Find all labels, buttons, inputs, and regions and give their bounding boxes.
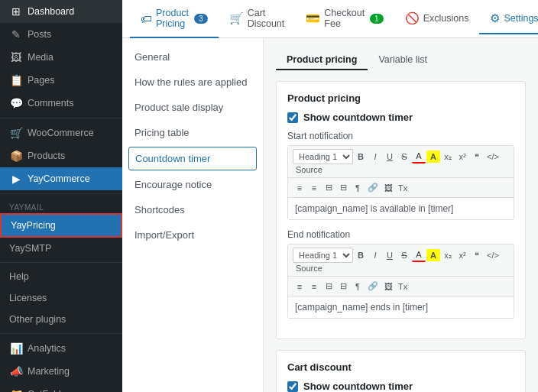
settings-nav: General How the rules are applied Produc… (122, 38, 264, 392)
end-notification-editor: Heading 1 B I U S A A x₂ x² ❝ </> Source (287, 244, 514, 319)
catfolders-icon: 📁 (9, 388, 23, 392)
sidebar-item-otherplugins[interactable]: Other plugins (0, 309, 122, 330)
sidebar-item-marketing[interactable]: 📣 Marketing (0, 360, 122, 383)
yaymail-group-label: YayMail (0, 197, 122, 213)
sidebar-item-comments[interactable]: 💬 Comments (0, 92, 122, 115)
end-clear-format-button[interactable]: Tx (396, 280, 410, 293)
show-countdown-cart-checkbox[interactable] (287, 381, 298, 392)
end-strikethrough-button[interactable]: S (397, 249, 411, 261)
product-pricing-tab-icon: 🏷 (141, 12, 152, 25)
sidebar-item-products[interactable]: 📦 Products (0, 144, 122, 167)
nav-sale-display[interactable]: Product sale display (122, 95, 263, 120)
underline-button[interactable]: U (383, 151, 397, 163)
bold-button[interactable]: B (354, 151, 368, 163)
editor-toolbar-row1: Heading 1 B I U S A A x₂ x² ❝ </> Source (288, 146, 514, 178)
align-right-button[interactable]: ⊟ (336, 181, 350, 194)
tab-product-pricing[interactable]: 🏷 Product Pricing 3 (130, 0, 219, 38)
end-paragraph-button[interactable]: ¶ (351, 280, 365, 293)
tab-exclusions[interactable]: 🚫 Exclusions (394, 4, 480, 34)
exclusions-tab-icon: 🚫 (405, 11, 420, 25)
subscript-button[interactable]: x₂ (441, 151, 455, 164)
end-align-center-button[interactable]: ≡ (307, 280, 321, 293)
clear-format-button[interactable]: Tx (396, 182, 410, 194)
end-italic-button[interactable]: I (368, 249, 382, 261)
nav-countdown-timer[interactable]: Countdown timer (128, 147, 257, 170)
font-color-button[interactable]: A (412, 150, 426, 164)
align-justify-button[interactable]: ⊟ (322, 181, 335, 194)
end-align-right-button[interactable]: ⊟ (336, 280, 350, 293)
sidebar-item-analytics[interactable]: 📊 Analytics (0, 337, 122, 360)
strikethrough-button[interactable]: S (397, 151, 411, 163)
tab-cart-discount[interactable]: 🛒 Cart Discount (219, 0, 296, 38)
sidebar-item-dashboard[interactable]: ⊞ Dashboard (0, 0, 122, 23)
italic-button[interactable]: I (368, 151, 382, 163)
end-bold-button[interactable]: B (354, 249, 368, 261)
sidebar-item-licenses[interactable]: Licenses (0, 287, 122, 309)
paragraph-button[interactable]: ¶ (351, 182, 365, 194)
tab-checkout-fee[interactable]: 💳 Checkout Fee 1 (295, 0, 394, 38)
end-blockquote-button[interactable]: ❝ (470, 249, 484, 262)
start-notification-product: Start notification Heading 1 B I U S A A… (287, 131, 514, 220)
nav-general[interactable]: General (122, 44, 263, 70)
sidebar: ⊞ Dashboard ✎ Posts 🖼 Media 📋 Pages 💬 Co… (0, 0, 122, 392)
superscript-button[interactable]: x² (455, 151, 469, 163)
analytics-icon: 📊 (9, 342, 23, 355)
end-code-button[interactable]: </> (485, 249, 501, 261)
nav-rules[interactable]: How the rules are applied (122, 70, 263, 95)
section-cart-discount: Cart discount Show countdown timer Start… (276, 350, 526, 392)
sidebar-item-posts[interactable]: ✎ Posts (0, 23, 122, 46)
end-font-bg-button[interactable]: A (426, 249, 440, 261)
pages-icon: 📋 (9, 74, 23, 86)
show-countdown-cart-label: Show countdown timer (303, 381, 413, 392)
sidebar-item-woocommerce[interactable]: 🛒 WooCommerce (0, 121, 122, 144)
blockquote-button[interactable]: ❝ (470, 151, 484, 164)
tab-settings[interactable]: ⚙ Settings (479, 4, 538, 34)
align-center-button[interactable]: ≡ (307, 182, 321, 194)
end-link-button[interactable]: 🔗 (365, 280, 381, 293)
nav-import-export[interactable]: Import/Export (122, 222, 263, 248)
align-left-button[interactable]: ≡ (293, 182, 306, 194)
marketing-icon: 📣 (9, 365, 23, 377)
yaycommerce-icon: ▶ (9, 173, 23, 185)
end-superscript-button[interactable]: x² (455, 249, 469, 261)
panel-tabs: Product pricing Variable list (276, 50, 526, 70)
end-image-button[interactable]: 🖼 (381, 280, 395, 293)
product-pricing-badge: 3 (194, 14, 208, 24)
heading-select[interactable]: Heading 1 (293, 149, 353, 164)
end-align-left-button[interactable]: ≡ (293, 280, 306, 293)
sidebar-item-pages[interactable]: 📋 Pages (0, 69, 122, 92)
panel-tab-product-pricing[interactable]: Product pricing (276, 50, 368, 70)
panel-tab-variable-list[interactable]: Variable list (368, 50, 438, 70)
font-bg-button[interactable]: A (426, 151, 440, 163)
show-countdown-product-checkbox[interactable] (287, 112, 298, 123)
source-button[interactable]: Source (296, 165, 322, 174)
end-editor-toolbar-row1: Heading 1 B I U S A A x₂ x² ❝ </> Source (288, 245, 514, 277)
end-underline-button[interactable]: U (383, 249, 397, 261)
end-subscript-button[interactable]: x₂ (441, 249, 455, 262)
nav-encourage-notice[interactable]: Encourage notice (122, 172, 263, 197)
sidebar-item-help[interactable]: Help (0, 266, 122, 287)
show-countdown-cart: Show countdown timer (287, 381, 514, 392)
sidebar-item-yaycommerce[interactable]: ▶ YayCommerce (0, 167, 122, 190)
end-align-justify-button[interactable]: ⊟ (322, 280, 335, 293)
sidebar-item-catfolders[interactable]: 📁 CatFolders (0, 383, 122, 392)
code-button[interactable]: </> (485, 151, 501, 163)
panel: Product pricing Variable list Product pr… (264, 38, 538, 392)
end-notification-content[interactable]: [campaign_name] ends in [timer] (288, 296, 514, 318)
sidebar-item-media[interactable]: 🖼 Media (0, 46, 122, 69)
checkout-fee-badge: 1 (370, 14, 384, 24)
nav-pricing-table[interactable]: Pricing table (122, 120, 263, 145)
start-notification-content[interactable]: [campaign_name] is available in [timer] (288, 198, 514, 219)
sidebar-item-yaypricing[interactable]: YayPricing (0, 213, 122, 238)
end-source-button[interactable]: Source (296, 264, 322, 273)
image-button[interactable]: 🖼 (381, 182, 395, 194)
link-button[interactable]: 🔗 (365, 181, 381, 194)
end-font-color-button[interactable]: A (412, 248, 426, 262)
sidebar-item-yaysmtp[interactable]: YaySMTP (0, 238, 122, 259)
end-heading-select[interactable]: Heading 1 (293, 248, 353, 263)
comments-icon: 💬 (9, 97, 23, 109)
dashboard-icon: ⊞ (9, 5, 23, 18)
section-cart-discount-title: Cart discount (287, 361, 514, 373)
cart-discount-tab-icon: 🛒 (229, 11, 244, 25)
nav-shortcodes[interactable]: Shortcodes (122, 197, 263, 222)
